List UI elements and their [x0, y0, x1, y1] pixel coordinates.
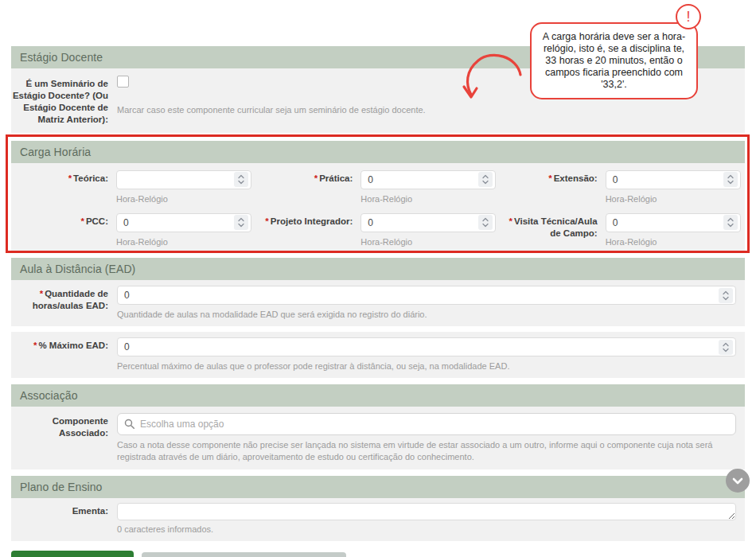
section-associacao: Associação Componente Associado: Caso a …	[11, 384, 745, 469]
field-label: *% Máximo EAD:	[11, 337, 108, 372]
field-control: Hora-Relógio	[116, 170, 251, 205]
input-value: 0	[368, 217, 373, 228]
exclamation-mark: !	[686, 9, 690, 25]
field-helper: Hora-Relógio	[606, 193, 741, 205]
required-marker: *	[80, 216, 84, 226]
required-marker: *	[265, 216, 268, 226]
field-label-seminario: É um Seminário de Estágio Docente? (Ou E…	[11, 76, 108, 126]
section-plano-ensino: Plano de Ensino Ementa: 0 caracteres inf…	[11, 476, 745, 541]
field-label-text: PCC:	[86, 216, 108, 226]
field-control: 0 Hora-Relógio	[360, 213, 496, 248]
field-helper: 0 caracteres informados.	[117, 524, 736, 536]
number-stepper[interactable]	[478, 172, 493, 187]
field-helper: Marcar caso este componente curricular s…	[117, 104, 736, 116]
field-label: *Extensão:	[501, 170, 598, 185]
field-label-text: Quantidade de horas/aulas EAD:	[33, 289, 108, 310]
field-control: 0 Percentual máximo de aulas que o profe…	[117, 337, 736, 372]
number-stepper[interactable]	[719, 288, 733, 303]
field-helper: Percentual máximo de aulas que o profess…	[117, 360, 736, 372]
field-control: Caso a nota desse componente não precise…	[117, 413, 736, 463]
input-value: 0	[123, 217, 129, 228]
annotation-text: A carga horária deve ser a hora-relógio,…	[543, 31, 685, 90]
projeto-integrador-input[interactable]: 0	[360, 213, 496, 232]
field-control: 0 Hora-Relógio	[606, 170, 741, 205]
field-label-text: Extensão:	[554, 173, 598, 183]
field-control: 0 Hora-Relógio	[116, 213, 251, 248]
field-label-text: Teórica:	[73, 173, 108, 183]
section-title-ead: Aula à Distância (EAD)	[11, 258, 745, 280]
up-down-chevrons-icon	[481, 174, 489, 185]
componente-associado-input[interactable]	[117, 413, 736, 435]
seminario-estagio-checkbox[interactable]	[117, 76, 129, 88]
field-helper: Hora-Relógio	[606, 236, 741, 248]
field-label: *Projeto Integrador:	[255, 213, 353, 228]
field-extensao: *Extensão: 0 Hora-Relógio	[501, 170, 745, 205]
field-label-text: Ementa:	[72, 506, 108, 516]
field-label: *Quantidade de horas/aulas EAD:	[11, 286, 108, 321]
form-row-qtd-ead: *Quantidade de horas/aulas EAD: 0 Quanti…	[11, 280, 745, 326]
section-title-carga-horaria: Carga Horária	[11, 141, 745, 163]
required-marker: *	[314, 173, 318, 183]
field-helper: Quantidade de aulas na modalidade EAD qu…	[117, 309, 736, 321]
pcc-input[interactable]: 0	[116, 213, 251, 232]
number-stepper[interactable]	[234, 215, 248, 230]
required-marker: *	[33, 341, 37, 350]
up-down-chevrons-icon	[237, 217, 245, 228]
required-marker: *	[68, 173, 72, 183]
teorica-input[interactable]	[116, 170, 251, 189]
number-stepper[interactable]	[723, 172, 738, 187]
up-down-chevrons-icon	[722, 342, 730, 353]
field-label: *Prática:	[255, 170, 353, 185]
input-value: 0	[613, 174, 618, 185]
pratica-input[interactable]: 0	[360, 170, 496, 189]
field-label: Componente Associado:	[11, 413, 108, 463]
field-control: 0 Hora-Relógio	[360, 170, 496, 205]
field-teorica: *Teórica: Hora-Relógio	[11, 170, 255, 205]
input-value: 0	[368, 174, 373, 185]
quantidade-ead-input[interactable]: 0	[117, 286, 736, 305]
field-pratica: *Prática: 0 Hora-Relógio	[255, 170, 500, 205]
form-row-carga-1: *Teórica: Hora-Relógio *Prática: 0 H	[11, 163, 745, 209]
input-value: 0	[613, 217, 618, 228]
vincular-componente-button[interactable]: Vincular Componente	[11, 551, 134, 557]
field-label: *PCC:	[11, 213, 108, 228]
field-control: 0 Quantidade de aulas na modalidade EAD …	[117, 286, 736, 321]
field-pcc: *PCC: 0 Hora-Relógio	[11, 213, 255, 248]
ementa-textarea[interactable]	[117, 503, 736, 520]
field-helper: Hora-Relógio	[360, 193, 496, 205]
field-helper: Hora-Relógio	[116, 236, 251, 248]
search-icon	[124, 419, 135, 433]
number-stepper[interactable]	[719, 340, 733, 355]
component-select	[117, 413, 736, 435]
field-label: *Visita Técnica/Aula de Campo:	[501, 213, 598, 240]
field-helper: Hora-Relógio	[116, 193, 251, 205]
required-marker: *	[509, 216, 512, 226]
chevron-down-icon	[732, 477, 743, 485]
extensao-input[interactable]: 0	[606, 170, 741, 189]
section-title-associacao: Associação	[11, 384, 745, 407]
up-down-chevrons-icon	[481, 217, 489, 228]
field-control: 0 Hora-Relógio	[606, 213, 741, 248]
scroll-down-button[interactable]	[726, 469, 750, 493]
field-control: 0 caracteres informados.	[117, 503, 736, 536]
up-down-chevrons-icon	[237, 174, 245, 185]
number-stepper[interactable]	[234, 172, 248, 187]
field-label-text: É um Seminário de Estágio Docente? (Ou E…	[13, 79, 108, 124]
vincular-continuar-button[interactable]: Vincular Componente e continuar vinculan…	[142, 552, 346, 557]
section-ead: Aula à Distância (EAD) *Quantidade de ho…	[11, 258, 745, 378]
number-stepper[interactable]	[478, 215, 493, 230]
field-label: *Teórica:	[11, 170, 108, 185]
field-label: Ementa:	[11, 503, 108, 536]
number-stepper[interactable]	[723, 215, 738, 230]
field-label-text: % Máximo EAD:	[38, 341, 108, 350]
required-marker: *	[548, 173, 551, 183]
row-separator	[11, 326, 745, 332]
exclamation-badge-icon: !	[676, 4, 701, 29]
visita-tecnica-input[interactable]: 0	[606, 213, 741, 232]
form-row-max-ead: *% Máximo EAD: 0 Percentual máximo de au…	[11, 332, 745, 378]
form-actions: Vincular Componente Vincular Componente …	[11, 551, 745, 557]
max-ead-input[interactable]: 0	[117, 337, 736, 356]
up-down-chevrons-icon	[727, 174, 735, 185]
section-carga-horaria: Carga Horária *Teórica: Hora-Relógio *Pr…	[11, 141, 745, 252]
field-label-text: Visita Técnica/Aula de Campo:	[514, 216, 598, 238]
